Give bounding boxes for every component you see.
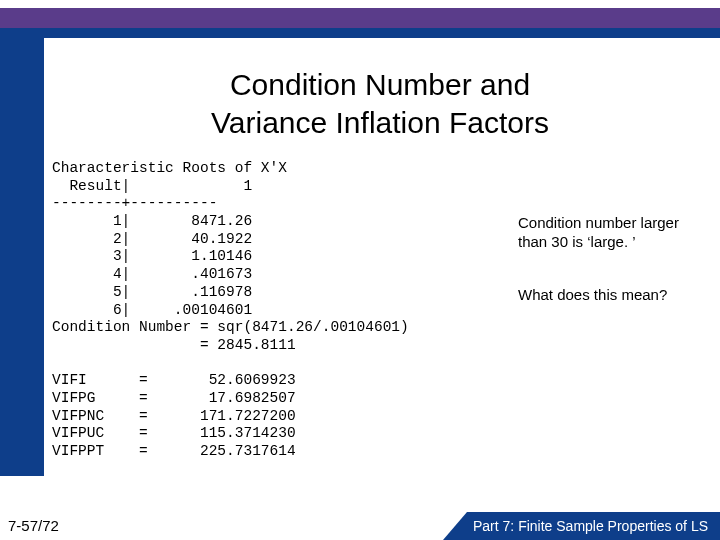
accent-stripe-purple bbox=[0, 8, 720, 28]
footer: 7-57/72 Part 7: Finite Sample Properties… bbox=[0, 512, 720, 540]
accent-stripe-blue bbox=[0, 28, 720, 38]
footer-triangle bbox=[443, 512, 467, 540]
note-question: What does this mean? bbox=[518, 286, 698, 305]
note-condition-number: Condition number larger than 30 is ‘larg… bbox=[518, 214, 698, 252]
section-label: Part 7: Finite Sample Properties of LS bbox=[467, 512, 720, 540]
side-notes: Condition number larger than 30 is ‘larg… bbox=[518, 214, 698, 304]
slide-title: Condition Number and Variance Inflation … bbox=[120, 66, 640, 141]
page-number: 7-57/72 bbox=[8, 517, 59, 534]
slide-title-line2: Variance Inflation Factors bbox=[211, 106, 549, 139]
accent-sidebar bbox=[0, 38, 44, 476]
footer-right-wrap: Part 7: Finite Sample Properties of LS bbox=[443, 512, 720, 540]
slide: Condition Number and Variance Inflation … bbox=[0, 0, 720, 540]
slide-title-line1: Condition Number and bbox=[230, 68, 530, 101]
output-listing: Characteristic Roots of X'X Result| 1 --… bbox=[52, 160, 452, 461]
